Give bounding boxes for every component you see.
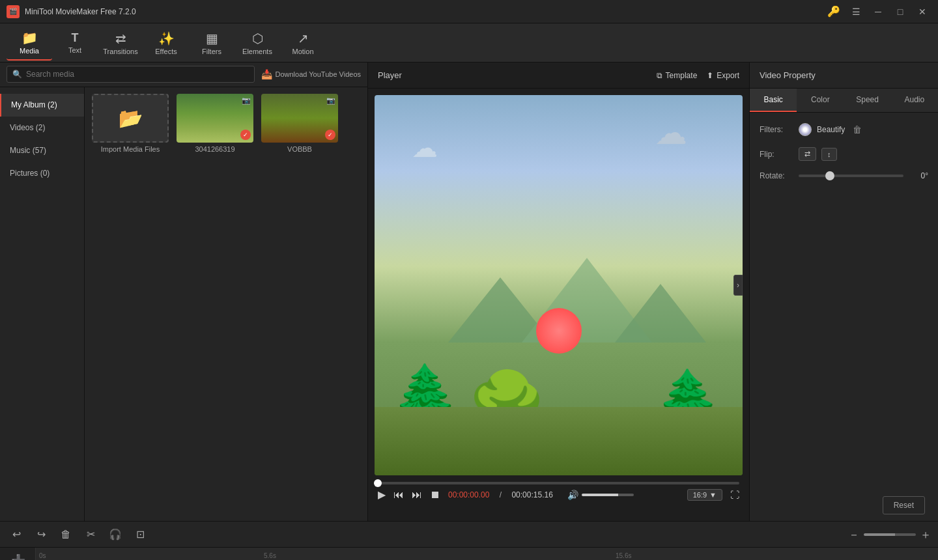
text-icon: T [72, 31, 79, 45]
media-card-3041266319[interactable]: 📷 ✓ 3041266319 [176, 94, 254, 153]
next-button[interactable]: ⏭ [412, 489, 422, 501]
toolbar-item-media[interactable]: 📁 Media [7, 25, 52, 61]
tab-color[interactable]: Color [797, 89, 844, 112]
tab-basic[interactable]: Basic [750, 89, 797, 112]
undo-button[interactable]: ↩ [7, 525, 26, 544]
volume-slider[interactable] [582, 494, 634, 496]
transitions-icon: ⇄ [115, 31, 126, 46]
rotate-value: 0° [799, 171, 928, 180]
reset-button[interactable]: Reset [883, 496, 925, 514]
timeline-content[interactable]: 0s 5.6s 15.6s ❄ Snowflake 1 5s [36, 548, 938, 560]
prev-button[interactable]: ⏮ [393, 489, 404, 501]
crop-button[interactable]: ⊡ [130, 525, 150, 544]
stop-button[interactable]: ⏹ [430, 489, 440, 501]
flip-horizontal-button[interactable]: ⇄ [799, 147, 816, 161]
minimize-button[interactable]: ─ [869, 5, 887, 18]
ruler-mark-0s: 0s [39, 552, 46, 559]
time-separator: / [497, 490, 504, 499]
add-track-label: ➕ [0, 548, 36, 560]
aspect-ratio-value: 16:9 [693, 491, 707, 499]
filter-delete-button[interactable]: 🗑 [850, 122, 864, 137]
close-button[interactable]: ✕ [913, 5, 931, 18]
filters-label: Filters: [760, 125, 799, 134]
tab-speed[interactable]: Speed [844, 89, 891, 112]
sidebar-item-my-album[interactable]: My Album (2) [0, 94, 84, 117]
tab-audio[interactable]: Audio [891, 89, 938, 112]
toolbar-filters-label: Filters [202, 48, 221, 55]
export-button[interactable]: ⬆ Export [707, 71, 739, 80]
toolbar-item-text[interactable]: T Text [52, 25, 98, 61]
timeline-toolbar: ↩ ↪ 🗑 ✂ 🎧 ⊡ － ＋ [0, 522, 938, 548]
app-title: MiniTool MovieMaker Free 7.2.0 [25, 7, 827, 16]
template-icon: ⧉ [657, 71, 662, 80]
search-icon: 🔍 [12, 70, 22, 79]
import-media-label: Import Media Files [101, 145, 160, 153]
timeline-body: ➕ 🎞 Track1 🎵 0s 5.6s 15.6s [0, 548, 938, 560]
template-button[interactable]: ⧉ Template [657, 71, 698, 80]
effects-icon: ✨ [158, 31, 175, 46]
toolbar-item-effects[interactable]: ✨ Effects [143, 25, 189, 61]
media-card-vobbb[interactable]: 📷 ✓ VOBBB [261, 94, 339, 153]
search-input[interactable] [26, 70, 249, 79]
titlebar-menu-button[interactable]: ☰ [847, 5, 865, 18]
sidebar-item-videos[interactable]: Videos (2) [0, 117, 84, 139]
media-thumb-3041266319: 📷 ✓ [177, 94, 253, 143]
toolbar-item-transitions[interactable]: ⇄ Transitions [98, 25, 143, 61]
download-youtube-button[interactable]: 📥 Download YouTube Videos [261, 69, 362, 79]
tab-speed-label: Speed [856, 95, 879, 104]
cut-button[interactable]: ✂ [81, 525, 100, 544]
progress-bar[interactable] [378, 482, 739, 484]
track-labels: ➕ 🎞 Track1 🎵 [0, 548, 36, 560]
sidebar-item-pictures[interactable]: Pictures (0) [0, 162, 84, 185]
toolbar-media-label: Media [20, 47, 39, 55]
filters-value: Beautify 🗑 [799, 122, 928, 137]
flip-vertical-button[interactable]: ↕ [821, 148, 837, 161]
filters-row: Filters: Beautify 🗑 [760, 122, 928, 137]
media-thumb-vobbb: 📷 ✓ [261, 94, 338, 143]
redo-button[interactable]: ↪ [31, 525, 51, 544]
volume-button[interactable]: 🔊 [567, 490, 578, 500]
cloud-2: ☁ [655, 114, 687, 152]
add-track-icon[interactable]: ➕ [11, 553, 25, 561]
audio-button[interactable]: 🎧 [106, 525, 125, 544]
tab-basic-label: Basic [763, 95, 782, 104]
toolbar-effects-label: Effects [155, 48, 177, 55]
maximize-button[interactable]: □ [891, 5, 909, 18]
template-label: Template [666, 71, 698, 80]
media-label-3041266319: 3041266319 [195, 145, 234, 153]
ruler-mark-15s: 15.6s [616, 552, 631, 559]
player-header: Player ⧉ Template ⬆ Export [368, 63, 749, 89]
media-sidebar: My Album (2) Videos (2) Music (57) Pictu… [0, 87, 367, 521]
search-bar[interactable]: 🔍 [7, 66, 255, 83]
rotate-degree: 0° [909, 171, 928, 180]
fullscreen-button[interactable]: ⛶ [730, 490, 739, 500]
import-media-thumb: 📂 [92, 94, 169, 143]
toolbar-item-filters[interactable]: ▦ Filters [189, 25, 234, 61]
rotate-slider[interactable] [799, 175, 903, 177]
aspect-ratio-selector[interactable]: 16:9 ▼ [687, 489, 722, 501]
zoom-slider[interactable] [864, 533, 916, 536]
time-current: 00:00:00.00 [448, 490, 489, 499]
download-icon: 📥 [261, 69, 272, 79]
toolbar-item-motion[interactable]: ↗ Motion [280, 25, 326, 61]
import-media-card[interactable]: 📂 Import Media Files [91, 94, 169, 153]
zoom-control: － ＋ [848, 527, 931, 542]
panel-collapse-button[interactable]: › [733, 275, 743, 296]
media-icon: 📁 [21, 30, 38, 46]
zoom-out-button[interactable]: － [848, 527, 860, 542]
rotate-thumb[interactable] [825, 171, 834, 180]
toolbar: 📁 Media T Text ⇄ Transitions ✨ Effects ▦… [0, 23, 938, 63]
progress-thumb[interactable] [374, 479, 382, 487]
title-controls: ☰ ─ □ ✕ [847, 5, 931, 18]
volume-control: 🔊 [567, 490, 634, 500]
media-grid: 📂 Import Media Files 📷 ✓ 3041266319 📷 [85, 87, 367, 521]
right-panel: Video Property Basic Color Speed Audio F… [749, 63, 938, 521]
music-label: Music (57) [10, 146, 46, 155]
delete-clip-button[interactable]: 🗑 [56, 525, 76, 544]
left-panel: 🔍 📥 Download YouTube Videos My Album (2)… [0, 63, 368, 521]
key-icon[interactable]: 🔑 [827, 5, 840, 18]
sidebar-item-music[interactable]: Music (57) [0, 139, 84, 162]
toolbar-item-elements[interactable]: ⬡ Elements [234, 25, 280, 61]
play-button[interactable]: ▶ [378, 488, 386, 501]
zoom-in-button[interactable]: ＋ [920, 527, 931, 542]
